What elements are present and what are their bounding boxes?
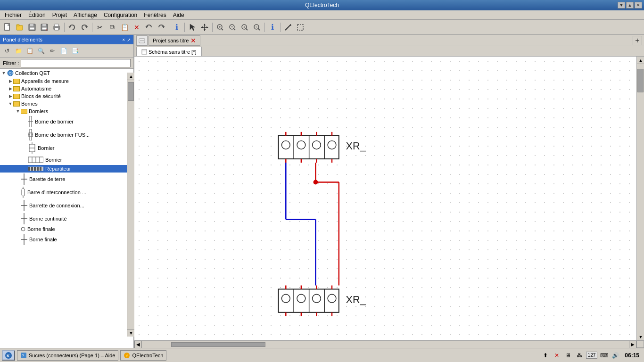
tree-bornier-small[interactable]: Bornier [0,141,133,155]
menubar: Fichier Édition Projet Affichage Configu… [0,10,644,20]
folder-icon-bornes [13,101,20,107]
zoom-orig-btn[interactable]: 1:1 [251,22,263,33]
select-btn[interactable] [187,22,198,33]
status-icon-2[interactable]: ✕ [552,351,561,360]
schema-tab-active[interactable]: Schéma sans titre [*] [136,47,202,56]
redo-btn[interactable] [79,22,90,33]
h-scroll-right[interactable]: ▶ [629,341,636,348]
svg-line-27 [246,28,248,30]
open-btn[interactable] [14,22,25,33]
minimize-btn[interactable]: ▼ [618,2,625,8]
tree-borne-cont[interactable]: Borne continuité [0,212,133,225]
taskbar-aide[interactable]: ? Sucres (connecteurs) (Page 1) – Aide [17,350,118,361]
tree-scroll-up[interactable]: ▲ [127,73,135,80]
filter-input[interactable] [21,59,131,67]
tree-appareils[interactable]: ▶ Appareils de mesure [0,77,133,85]
tree-vscroll[interactable]: ▲ ▼ [127,73,134,337]
tree-repartiteur[interactable]: Répartiteur [0,165,133,173]
project-tab[interactable]: Projet sans titre ✕ [149,35,200,46]
barette-terre-icon [21,173,27,185]
tree-bornes[interactable]: ▼ Bornes [0,100,133,107]
about-btn[interactable]: ℹ [267,22,278,33]
undo2-btn[interactable] [143,22,155,33]
add-project-btn[interactable]: + [633,36,642,45]
menu-fenetres[interactable]: Fenêtres [141,11,169,19]
v-scroll-up[interactable]: ▲ [637,57,644,64]
zoom-out-btn[interactable] [227,22,238,33]
svg-text:⚡: ⚡ [125,354,129,358]
schema-tab-label: Schéma sans titre [*] [149,49,197,55]
undo-btn[interactable] [66,22,78,33]
menu-affichage[interactable]: Affichage [71,11,100,19]
copy-btn[interactable]: ⧉ [107,22,118,33]
svg-text:K: K [7,354,10,358]
v-scroll-thumb[interactable] [637,69,644,92]
pt-edit[interactable]: ✏ [47,46,58,56]
pt-folder[interactable]: 📁 [13,46,24,56]
tree-barrette-conn[interactable]: Barrette de connexion... [0,199,133,212]
redo2-btn[interactable] [156,22,167,33]
print-btn[interactable] [51,22,62,33]
tree-borne-fus[interactable]: Borne de bornier FUS... [0,128,133,141]
menu-fichier[interactable]: Fichier [2,11,25,19]
start-btn[interactable]: K [2,350,15,361]
pt-doc[interactable]: 📄 [58,46,69,56]
menu-aide[interactable]: Aide [170,11,187,19]
pt-copy[interactable]: 📋 [25,46,35,56]
zoom-in-btn[interactable] [215,22,226,33]
status-icon-1[interactable]: ⬆ [541,351,550,360]
h-scroll-track[interactable] [143,342,628,347]
tree-root[interactable]: ▼ QET Collection QET [0,69,133,77]
move-btn[interactable] [199,22,210,33]
tree-borne-bornier[interactable]: Borne de bornier [0,115,133,128]
pt-refresh[interactable]: ↺ [2,46,12,56]
close-btn[interactable]: ✕ [635,2,642,8]
filter-label: Filtrer : [3,60,19,66]
pt-search[interactable]: 🔍 [36,46,46,56]
info-btn[interactable]: ℹ [171,22,182,33]
status-icon-kbd[interactable]: ⌨ [599,351,609,360]
save-as-btn[interactable]: + [39,22,50,33]
tree-bornier-multi[interactable]: Bornier [0,155,133,165]
tree-scroll-thumb[interactable] [128,82,134,101]
status-icon-vol[interactable]: 🔊 [611,351,620,360]
panel-pin-btn[interactable]: × [122,37,125,42]
status-icon-monitor[interactable]: 🖥 [563,351,573,360]
h-scroll-left[interactable]: ◀ [134,341,142,348]
tree-borniers[interactable]: ▼ Borniers [0,107,133,115]
v-scroll-down[interactable]: ▼ [637,333,644,340]
menu-edition[interactable]: Édition [25,11,49,19]
zoom-fit-btn[interactable]: ✦ [239,22,250,33]
maximize-btn[interactable]: ▲ [626,2,634,8]
tree-barette-terre[interactable]: Barette de terre [0,173,133,186]
v-scrollbar[interactable]: ▲ ▼ [636,57,644,340]
wire-btn[interactable] [282,22,294,33]
panel-float-btn[interactable]: ↗ [127,37,131,42]
arrow-borniers: ▼ [15,109,21,114]
project-tab-close[interactable]: ✕ [190,37,196,44]
menu-projet[interactable]: Projet [50,11,70,19]
canvas-area[interactable]: XR_ [134,57,644,348]
svg-rect-54 [34,167,36,171]
menu-configuration[interactable]: Configuration [101,11,140,19]
tree-root-label: Collection QET [15,70,50,76]
save-btn[interactable] [26,22,38,33]
area-btn[interactable] [295,22,306,33]
tree-blocs[interactable]: ▶ Blocs de sécurité [0,92,133,100]
pt-docplus[interactable]: 📑 [70,46,80,56]
delete-btn[interactable]: ✕ [131,22,142,33]
tree-barre-inter[interactable]: Barre d'interconnection ... [0,186,133,199]
tree-borne-finale-1[interactable]: Borne finale [0,225,133,233]
h-scroll-thumb[interactable] [171,342,265,347]
status-icon-net[interactable]: 🖧 [575,351,584,360]
paste-btn[interactable]: 📋 [119,22,130,33]
h-scrollbar[interactable]: ◀ ▶ [134,340,636,348]
cut-btn[interactable]: ✂ [94,22,106,33]
taskbar-qet[interactable]: ⚡ QElectroTech [120,350,166,361]
statusbar: K ? Sucres (connecteurs) (Page 1) – Aide… [0,348,644,362]
tree-borne-finale-2[interactable]: Borne finale [0,233,133,246]
new-btn[interactable] [2,22,13,33]
tree-automatisme[interactable]: ▶ Automatisme [0,85,133,92]
svg-point-79 [297,141,305,149]
tree-scroll-down[interactable]: ▼ [127,329,135,337]
